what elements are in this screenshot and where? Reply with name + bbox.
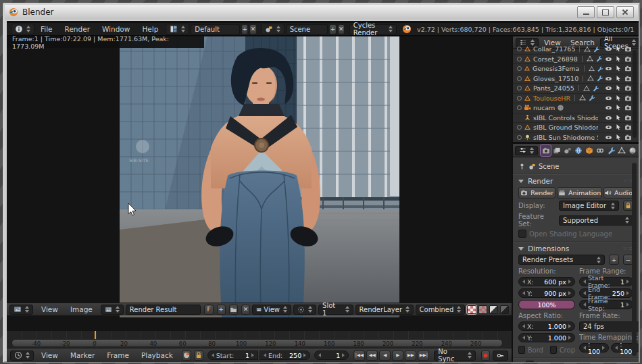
tab-world[interactable] bbox=[573, 145, 583, 156]
renderability-camera-icon[interactable] bbox=[624, 65, 632, 72]
transport-button[interactable]: ▶▶ bbox=[405, 350, 416, 361]
render-button[interactable]: Render bbox=[518, 187, 555, 199]
menu-item[interactable]: Window bbox=[96, 23, 136, 35]
visibility-eye-icon[interactable] bbox=[605, 104, 612, 111]
render-layer-select[interactable]: RenderLayer bbox=[355, 305, 414, 315]
scene-icon-button[interactable] bbox=[261, 24, 285, 34]
decrement-arrow-icon[interactable] bbox=[264, 353, 266, 357]
maximize-button[interactable] bbox=[597, 6, 614, 18]
transport-button[interactable]: ◀ bbox=[379, 350, 391, 361]
visibility-eye-icon[interactable] bbox=[605, 95, 612, 102]
outliner-item[interactable]: Pants_24055 bbox=[513, 84, 639, 94]
expand-toggle-icon[interactable] bbox=[517, 105, 522, 110]
decrement-arrow-icon[interactable] bbox=[318, 353, 321, 357]
tab-texture[interactable] bbox=[638, 145, 639, 156]
renderability-camera-icon[interactable] bbox=[624, 75, 632, 82]
frame-step-field[interactable]: Frame Step: 1 bbox=[579, 300, 633, 309]
increment-arrow-icon[interactable] bbox=[626, 303, 629, 307]
decrement-arrow-icon[interactable] bbox=[522, 324, 525, 328]
decrement-arrow-icon[interactable] bbox=[522, 280, 525, 284]
delete-layout-button[interactable]: ✕ bbox=[249, 24, 256, 34]
renderability-camera-icon[interactable] bbox=[624, 114, 632, 122]
selectability-cursor-icon[interactable] bbox=[615, 104, 622, 111]
animation-button[interactable]: Animation bbox=[557, 187, 602, 199]
outliner[interactable]: View Search All Scenes Collar_71765Corse… bbox=[513, 36, 639, 142]
tab-object-data[interactable] bbox=[616, 145, 626, 156]
decrement-arrow-icon[interactable] bbox=[522, 336, 525, 340]
pivot-select[interactable] bbox=[293, 305, 316, 315]
outliner-item[interactable]: nucam bbox=[513, 103, 639, 113]
renderability-camera-icon[interactable] bbox=[624, 134, 632, 141]
crop-checkbox[interactable] bbox=[550, 346, 557, 354]
object-name[interactable]: sIBL Sun Shiodome Stairs bbox=[533, 134, 598, 141]
resolution-x-field[interactable]: X: 600 px bbox=[518, 277, 575, 286]
render-presets-select[interactable]: Render Presets bbox=[518, 255, 605, 265]
add-scene-button[interactable]: + bbox=[329, 24, 336, 34]
tab-modifiers[interactable] bbox=[606, 145, 616, 156]
increment-arrow-icon[interactable] bbox=[626, 291, 629, 295]
decrement-arrow-icon[interactable] bbox=[615, 346, 618, 350]
expand-toggle-icon[interactable] bbox=[517, 66, 522, 71]
increment-arrow-icon[interactable] bbox=[568, 324, 571, 328]
expand-toggle-icon[interactable] bbox=[517, 86, 522, 90]
dimensions-panel-header[interactable]: Dimensions ⁙⁙ bbox=[518, 244, 633, 253]
renderability-camera-icon[interactable] bbox=[624, 84, 632, 92]
aspect-y-field[interactable]: Y: 1.000 bbox=[518, 333, 575, 342]
decrement-arrow-icon[interactable] bbox=[522, 291, 525, 295]
decrement-arrow-icon[interactable] bbox=[583, 303, 586, 307]
object-name[interactable]: ToulouseHR bbox=[533, 95, 570, 102]
outliner-item[interactable]: ToulouseHR bbox=[513, 94, 639, 104]
stamp-checkbox[interactable] bbox=[526, 361, 534, 362]
menu-item[interactable]: Help bbox=[136, 23, 164, 35]
tab-object[interactable] bbox=[584, 145, 594, 156]
start-frame-field[interactable]: Start: 1 bbox=[207, 350, 258, 360]
object-name[interactable]: sIBL Controls Shiodome Stair bbox=[533, 114, 598, 122]
visibility-eye-icon[interactable] bbox=[605, 45, 612, 53]
sync-mode-select[interactable]: No Sync bbox=[434, 350, 476, 361]
increment-arrow-icon[interactable] bbox=[626, 280, 629, 284]
renderability-camera-icon[interactable] bbox=[624, 95, 632, 102]
timeline-ruler[interactable]: -40-200204060801001201401601802002202402… bbox=[7, 331, 512, 348]
visibility-eye-icon[interactable] bbox=[605, 65, 612, 72]
remap-old-field[interactable]: : 100 bbox=[579, 343, 609, 353]
scene-name-field[interactable]: Scene bbox=[286, 24, 328, 34]
visibility-eye-icon[interactable] bbox=[605, 134, 612, 141]
object-name[interactable]: Genesis3Female bbox=[533, 65, 580, 72]
display-select[interactable]: Image Editor bbox=[559, 201, 619, 211]
object-name[interactable]: Collar_71765 bbox=[533, 45, 575, 53]
image-name-field[interactable]: Render Result bbox=[126, 305, 201, 315]
channels-rgb-toggle[interactable] bbox=[478, 305, 487, 314]
timeline-scrollbar[interactable]: -40-200204060801001201401601802002202402… bbox=[11, 339, 503, 347]
fake-user-button[interactable]: F bbox=[204, 305, 213, 315]
outliner-item[interactable]: Genesis3Female bbox=[513, 64, 639, 74]
object-name[interactable]: Corset_26898 bbox=[533, 55, 578, 63]
decrement-arrow-icon[interactable] bbox=[583, 291, 586, 295]
renderability-camera-icon[interactable] bbox=[624, 55, 632, 63]
view-mode-select[interactable]: View bbox=[252, 305, 291, 315]
menu-item[interactable]: View bbox=[35, 303, 64, 315]
start-frame-field[interactable]: Start Frame: 1 bbox=[579, 277, 633, 286]
visibility-eye-icon[interactable] bbox=[605, 84, 612, 92]
decrement-arrow-icon[interactable] bbox=[583, 346, 586, 350]
increment-arrow-icon[interactable] bbox=[602, 346, 605, 350]
screen-layout-name-field[interactable]: Default bbox=[191, 24, 240, 34]
object-name[interactable]: Pants_24055 bbox=[533, 84, 574, 92]
selectability-cursor-icon[interactable] bbox=[615, 84, 622, 91]
increment-arrow-icon[interactable] bbox=[568, 280, 571, 284]
tab-render[interactable] bbox=[541, 145, 551, 156]
stamp-panel-header[interactable]: Stamp ⁙⁙ bbox=[518, 361, 633, 362]
expand-toggle-icon[interactable] bbox=[517, 125, 522, 130]
expand-toggle-icon[interactable] bbox=[517, 135, 522, 140]
slot-select[interactable]: Slot 1 bbox=[318, 305, 353, 315]
end-frame-field[interactable]: End Frame: 250 bbox=[579, 288, 633, 298]
preview-range-button[interactable] bbox=[182, 350, 191, 361]
end-frame-field[interactable]: End: 250 bbox=[260, 350, 310, 360]
window-titlebar[interactable]: Blender bbox=[5, 5, 638, 20]
border-checkbox[interactable] bbox=[518, 346, 525, 354]
channels-alpha-toggle[interactable] bbox=[489, 305, 498, 314]
menu-item[interactable]: Image bbox=[64, 303, 99, 315]
new-image-button[interactable]: + bbox=[217, 305, 226, 315]
expand-toggle-icon[interactable] bbox=[517, 47, 522, 51]
decrement-arrow-icon[interactable] bbox=[212, 353, 214, 357]
selectability-cursor-icon[interactable] bbox=[615, 124, 622, 130]
